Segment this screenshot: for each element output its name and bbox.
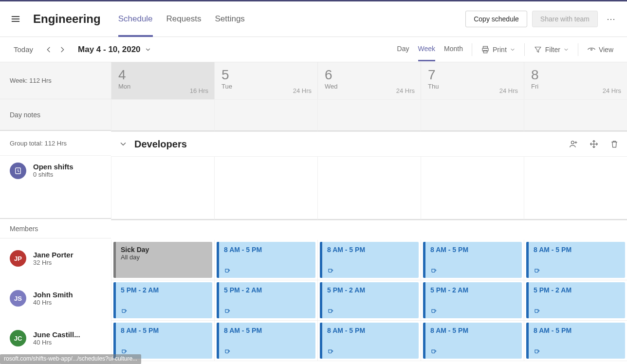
day-note-cell[interactable] — [421, 100, 524, 131]
break-icon — [534, 348, 540, 355]
timeoff-card[interactable]: Sick Day All day — [113, 242, 212, 278]
shift-card[interactable]: 8 AM - 5 PM — [113, 323, 212, 359]
group-total-label: Group total: 112 Hrs — [0, 131, 111, 156]
tab-settings[interactable]: Settings — [215, 1, 244, 36]
shift-row: Sick Day All day 8 AM - 5 PM 8 AM - 5 PM… — [111, 240, 627, 280]
separator — [524, 43, 525, 56]
shift-time: 8 AM - 5 PM — [430, 246, 517, 254]
day-header[interactable]: 7 Thu 24 Hrs — [421, 62, 524, 99]
break-icon — [121, 308, 128, 314]
shift-cell[interactable]: 5 PM - 2 AM — [524, 280, 627, 320]
shift-card[interactable]: 5 PM - 2 AM — [423, 282, 522, 318]
open-shift-cell[interactable] — [421, 157, 524, 220]
shift-card[interactable]: 5 PM - 2 AM — [113, 282, 212, 318]
shift-card[interactable]: 5 PM - 2 AM — [320, 282, 419, 318]
shift-card[interactable]: 8 AM - 5 PM — [320, 323, 419, 359]
more-icon[interactable]: ⋯ — [603, 14, 619, 24]
open-shifts-row[interactable]: Open shifts 0 shifts — [0, 156, 111, 219]
shift-time: 5 PM - 2 AM — [534, 286, 620, 294]
shift-card[interactable]: 8 AM - 5 PM — [217, 323, 315, 359]
shift-cell[interactable]: 8 AM - 5 PM — [317, 240, 421, 280]
open-shift-cell[interactable] — [524, 157, 627, 220]
break-icon — [327, 267, 334, 274]
shift-card[interactable]: 8 AM - 5 PM — [526, 323, 625, 359]
day-header[interactable]: 6 Wed 24 Hrs — [317, 62, 421, 99]
shift-cell[interactable]: 8 AM - 5 PM — [421, 321, 524, 361]
shift-cell[interactable]: 5 PM - 2 AM — [214, 280, 317, 320]
shift-card[interactable]: 8 AM - 5 PM — [526, 242, 625, 278]
shift-card[interactable]: 5 PM - 2 AM — [217, 282, 315, 318]
shift-cell[interactable]: 8 AM - 5 PM — [524, 240, 627, 280]
day-notes-label: Day notes — [0, 99, 111, 131]
view-month[interactable]: Month — [444, 45, 463, 55]
view-day[interactable]: Day — [397, 45, 409, 55]
member-row[interactable]: JP Jane Porter 32 Hrs — [0, 238, 111, 278]
members-label: Members — [0, 219, 111, 238]
menu-icon[interactable] — [8, 11, 23, 27]
tab-schedule[interactable]: Schedule — [118, 1, 153, 36]
shift-card[interactable]: 8 AM - 5 PM — [320, 242, 419, 278]
shift-card[interactable]: 8 AM - 5 PM — [217, 242, 315, 278]
group-header: Developers — [111, 132, 627, 157]
day-note-cell[interactable] — [111, 100, 214, 131]
avatar: JS — [10, 290, 26, 307]
shift-time: 5 PM - 2 AM — [430, 286, 517, 294]
day-header[interactable]: 5 Tue 24 Hrs — [214, 62, 317, 99]
day-note-cell[interactable] — [524, 100, 627, 131]
open-shift-cell[interactable] — [111, 157, 214, 220]
day-hours: 24 Hrs — [499, 87, 518, 94]
shift-card[interactable]: 8 AM - 5 PM — [423, 323, 522, 359]
shift-cell[interactable]: 5 PM - 2 AM — [317, 280, 421, 320]
day-number: 5 — [221, 67, 311, 83]
day-header[interactable]: 4 Mon 16 Hrs — [111, 62, 214, 99]
shift-cell[interactable]: 8 AM - 5 PM — [421, 240, 524, 280]
shift-cell[interactable]: Sick Day All day — [111, 240, 214, 280]
date-range-picker[interactable]: May 4 - 10, 2020 — [78, 45, 151, 55]
day-note-cell[interactable] — [214, 100, 317, 131]
open-shift-cell[interactable] — [317, 157, 421, 220]
today-button[interactable]: Today — [14, 45, 33, 54]
shift-card[interactable]: 8 AM - 5 PM — [423, 242, 522, 278]
member-row[interactable]: JS John Smith 40 Hrs — [0, 278, 111, 318]
shift-cell[interactable]: 8 AM - 5 PM — [317, 321, 421, 361]
shift-cell[interactable]: 8 AM - 5 PM — [524, 321, 627, 361]
open-shifts-grid-row — [111, 157, 627, 220]
shift-cell[interactable]: 5 PM - 2 AM — [111, 280, 214, 320]
toolbar: Today May 4 - 10, 2020 Day Week Month Pr… — [0, 37, 627, 62]
team-title: Engineering — [33, 12, 101, 26]
chevron-down-icon[interactable] — [119, 140, 128, 148]
next-week-icon[interactable] — [55, 46, 69, 54]
day-header[interactable]: 8 Fri 24 Hrs — [524, 62, 627, 99]
shift-cell[interactable]: 5 PM - 2 AM — [421, 280, 524, 320]
trash-icon[interactable] — [609, 139, 619, 149]
shift-time: 8 AM - 5 PM — [534, 246, 620, 254]
shift-row: 8 AM - 5 PM 8 AM - 5 PM 8 AM - 5 PM 8 AM… — [111, 321, 627, 361]
break-icon — [224, 308, 231, 314]
member-row[interactable]: JC June Castill... 40 Hrs — [0, 318, 111, 358]
timeoff-sub: All day — [121, 254, 207, 261]
shift-cell[interactable]: 8 AM - 5 PM — [214, 321, 317, 361]
shift-time: 8 AM - 5 PM — [327, 246, 414, 254]
break-icon — [224, 348, 231, 355]
view-options-button[interactable]: View — [587, 45, 613, 54]
copy-schedule-button[interactable]: Copy schedule — [465, 11, 527, 27]
prev-week-icon[interactable] — [42, 46, 55, 54]
open-shift-cell[interactable] — [214, 157, 317, 220]
shift-row: 5 PM - 2 AM 5 PM - 2 AM 5 PM - 2 AM 5 PM… — [111, 280, 627, 321]
app-header: Engineering Schedule Requests Settings C… — [0, 1, 627, 37]
member-name: June Castill... — [33, 330, 80, 339]
shift-cell[interactable]: 8 AM - 5 PM — [214, 240, 317, 280]
view-week[interactable]: Week — [418, 45, 436, 55]
add-user-icon[interactable] — [569, 139, 578, 149]
shift-card[interactable]: 5 PM - 2 AM — [526, 282, 625, 318]
days-header-row: 4 Mon 16 Hrs5 Tue 24 Hrs6 Wed 24 Hrs7 Th… — [111, 62, 627, 100]
tab-requests[interactable]: Requests — [166, 1, 202, 36]
spacer — [111, 220, 627, 240]
day-note-cell[interactable] — [317, 100, 421, 131]
day-number: 8 — [531, 67, 620, 83]
move-icon[interactable] — [589, 139, 599, 149]
filter-button[interactable]: Filter — [534, 45, 569, 54]
print-button[interactable]: Print — [481, 45, 516, 54]
shift-time: 5 PM - 2 AM — [224, 286, 311, 294]
shift-time: 8 AM - 5 PM — [430, 327, 517, 334]
